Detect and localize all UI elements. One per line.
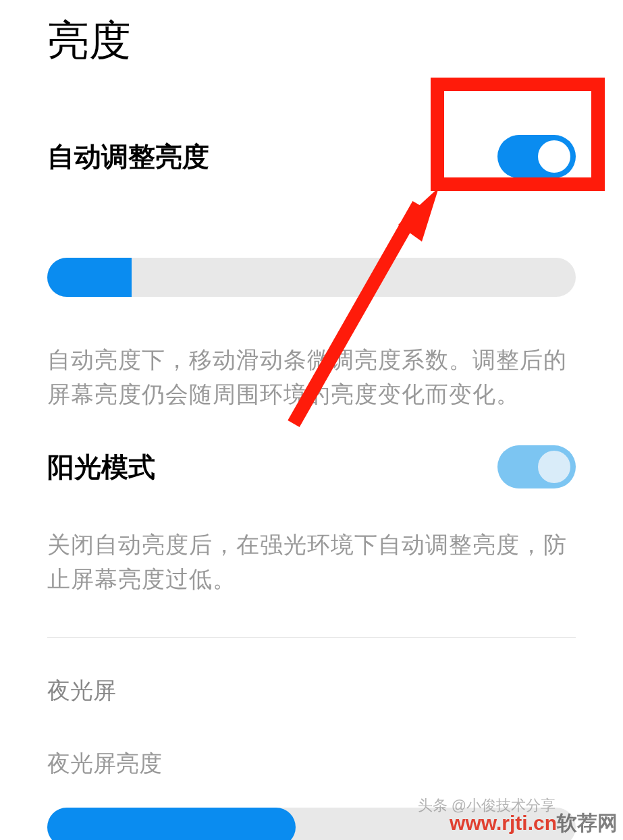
brightness-slider-fill (47, 258, 132, 297)
auto-brightness-row: 自动调整亮度 (0, 135, 623, 178)
auto-brightness-toggle[interactable] (497, 135, 576, 178)
night-screen-slider-label: 夜光屏亮度 (0, 748, 623, 779)
toggle-thumb (538, 451, 570, 483)
sunshine-mode-label: 阳光模式 (47, 449, 155, 486)
watermark-site: www.rjti.cn软荐网 (450, 810, 618, 837)
brightness-slider-container (0, 258, 623, 297)
sunshine-mode-description: 关闭自动亮度后，在强光环境下自动调整亮度，防止屏幕亮度过低。 (0, 528, 623, 596)
brightness-slider[interactable] (47, 258, 576, 297)
page-title: 亮度 (0, 0, 623, 96)
night-screen-section-title: 夜光屏 (0, 675, 623, 706)
auto-brightness-description: 自动亮度下，移动滑动条微调亮度系数。调整后的屏幕亮度仍会随周围环境的亮度变化而变… (0, 343, 623, 412)
auto-brightness-label: 自动调整亮度 (47, 138, 209, 175)
svg-marker-2 (398, 188, 439, 242)
night-slider-fill (47, 808, 296, 840)
sunshine-mode-toggle[interactable] (497, 445, 576, 488)
toggle-thumb (538, 140, 570, 173)
sunshine-mode-row: 阳光模式 (0, 445, 623, 488)
section-divider (47, 637, 576, 638)
